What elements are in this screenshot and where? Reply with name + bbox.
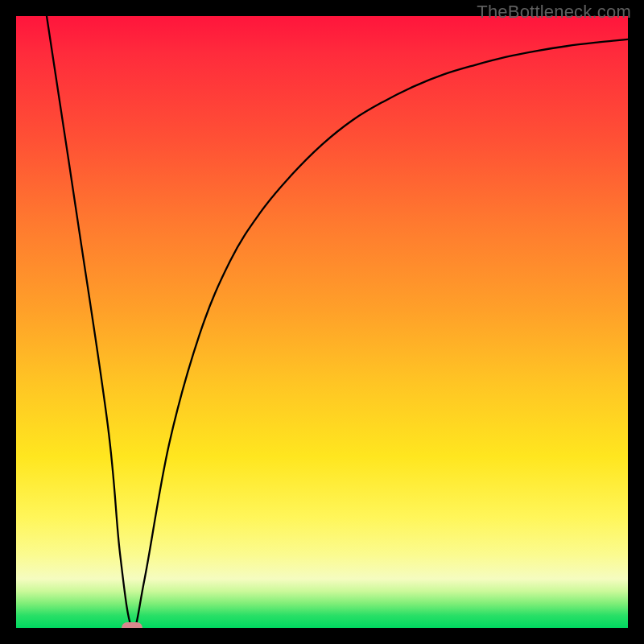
optimal-point-marker: [122, 622, 142, 628]
chart-frame: TheBottleneck.com: [0, 0, 644, 644]
plot-area: [16, 16, 628, 628]
watermark-text: TheBottleneck.com: [477, 2, 631, 23]
bottleneck-curve: [16, 16, 628, 628]
